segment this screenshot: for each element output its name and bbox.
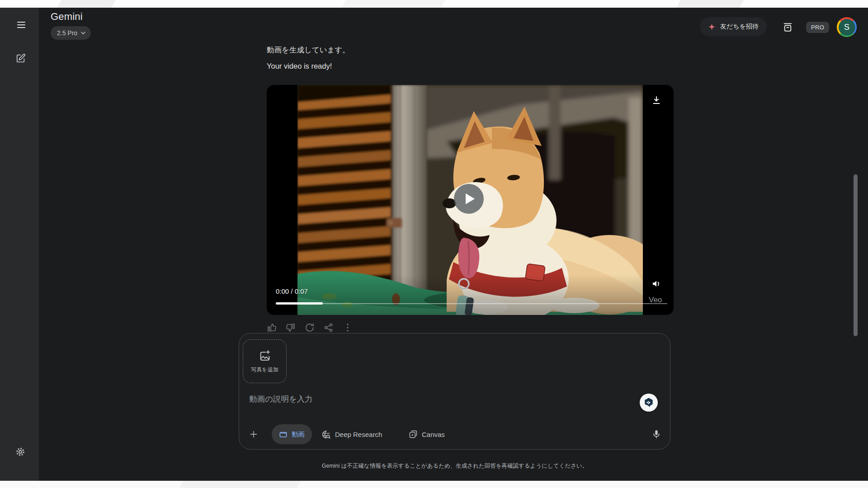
regenerate-icon[interactable] [304,322,316,333]
message-generating: 動画を生成しています。 [267,45,350,55]
add-photo-label: 写真を追加 [251,366,278,374]
sidebar [0,8,39,481]
tool-canvas[interactable]: Canvas [409,424,445,444]
response-actions [266,322,354,333]
tool-deep-research[interactable]: Deep Research [321,424,382,444]
video-progress-fill [276,302,323,305]
video-time: 0:00 / 0:07 [276,287,308,295]
gemini-app-window: Gemini 2.5 Pro 友だちを招待 PRO S 動画を生成しています。 [0,8,868,481]
canvas-icon [409,430,418,439]
veo-watermark: Veo [649,296,662,305]
tool-video-chip[interactable]: 動画 [272,424,312,444]
video-player[interactable]: 0:00 / 0:07 Veo [267,85,674,315]
bottom-margin-strip [0,481,868,488]
add-photo-button[interactable]: 写真を追加 [243,339,287,383]
play-button[interactable] [454,184,484,214]
pro-badge: PRO [806,22,829,33]
account-avatar[interactable]: S [837,17,857,37]
menu-icon[interactable] [15,19,27,31]
download-icon[interactable] [650,94,663,107]
globe-search-icon [321,430,331,439]
model-selector[interactable]: 2.5 Pro [51,26,91,40]
image-plus-icon [259,349,271,362]
thumbs-up-icon[interactable] [266,322,278,333]
sparkle-icon [708,23,716,31]
top-margin-strip [0,0,868,8]
video-progress-bar[interactable] [276,302,667,305]
plus-icon[interactable] [248,429,259,440]
composer-toolbar: 動画 Deep Research [239,424,671,444]
mic-icon[interactable] [651,429,662,440]
app-title: Gemini [51,11,83,23]
thumbs-down-icon[interactable] [285,322,297,333]
tool-deep-research-label: Deep Research [335,431,382,438]
pro-badge-label: PRO [811,24,824,31]
scrollbar-thumb[interactable] [854,174,858,336]
prompt-input[interactable] [249,391,566,407]
activity-box-icon[interactable] [781,20,794,34]
message-ready: Your video is ready! [267,62,332,70]
invite-friends-label: 友だちを招待 [720,23,759,31]
page: Gemini 2.5 Pro 友だちを招待 PRO S 動画を生成しています。 [0,0,868,488]
chevron-down-icon [81,32,85,34]
invite-friends-button[interactable]: 友だちを招待 [700,17,767,36]
play-icon [466,193,475,204]
tool-video-label: 動画 [292,430,305,439]
prompt-composer: 写真を追加 [239,333,670,450]
settings-gear-icon[interactable] [14,446,26,458]
more-options-icon[interactable] [342,322,354,333]
model-label: 2.5 Pro [57,29,77,37]
new-chat-icon[interactable] [15,52,27,64]
player-bottom-gradient [267,274,674,315]
avatar-initial: S [839,19,855,36]
volume-icon[interactable] [650,277,663,291]
film-icon [279,430,288,439]
disclaimer-text: Gemini は不正確な情報を表示することがあるため、生成された回答を再確認する… [239,462,671,470]
assistant-bubble-icon[interactable] [640,394,658,412]
share-icon[interactable] [323,322,335,333]
tool-canvas-label: Canvas [422,431,445,438]
